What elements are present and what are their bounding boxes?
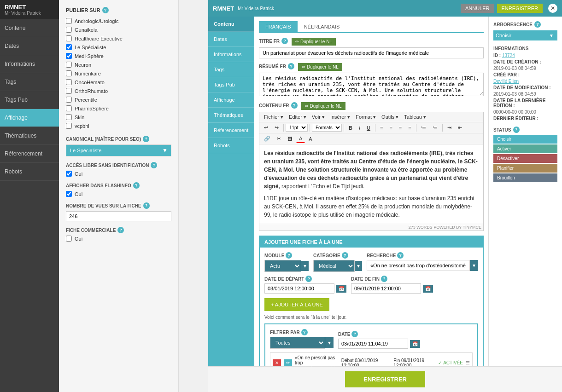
modal-nav-tags-pub[interactable]: Tags Pub: [208, 77, 254, 92]
annuler-button[interactable]: ANNULER: [461, 4, 494, 13]
check-medisphere[interactable]: Medi-Sphère: [66, 53, 171, 59]
recherche-chevron[interactable]: ▾: [470, 260, 478, 271]
canonical-info-icon[interactable]: ?: [143, 136, 149, 142]
check-acces-oui[interactable]: Oui: [66, 171, 171, 177]
vues-info-icon[interactable]: ?: [143, 202, 150, 209]
modal-nav-tags[interactable]: Tags: [208, 62, 254, 77]
formats-select[interactable]: Formats: [312, 124, 342, 132]
sidebar-item-informations[interactable]: Informations: [0, 55, 59, 73]
bgcolor-button[interactable]: A: [306, 135, 315, 143]
check-oncohemato[interactable]: OncoHemato: [66, 79, 171, 85]
status-planifier[interactable]: Planifier: [493, 164, 557, 173]
image-button[interactable]: 🖼: [285, 135, 295, 143]
check-skin[interactable]: Skin: [66, 114, 171, 120]
titre-dupliquer-button[interactable]: ✏Dupliquer le NL: [292, 38, 336, 46]
titre-fr-info-icon[interactable]: ?: [281, 38, 288, 44]
result-edit-button[interactable]: ✏: [284, 359, 292, 366]
status-brouillon[interactable]: Brouillon: [493, 173, 557, 182]
depart-info-icon[interactable]: ?: [305, 276, 312, 282]
check-flashinfo-oui[interactable]: Oui: [66, 191, 171, 197]
ajouter-une-button[interactable]: + AJOUTER À LA UNE: [264, 298, 329, 311]
indent-button[interactable]: ⇥: [445, 123, 454, 132]
resume-fr-textarea[interactable]: Les résidus radioactifs de l'Institut na…: [259, 73, 484, 96]
check-healthcare[interactable]: Healthcare Executive: [66, 35, 171, 41]
check-commerciale-oui[interactable]: Oui: [66, 236, 171, 242]
check-percentile[interactable]: Percentile: [66, 97, 171, 103]
resume-dupliquer-button[interactable]: ✏Dupliquer le NL: [298, 63, 342, 71]
sidebar-item-tags-pub[interactable]: Tags Pub: [0, 91, 59, 109]
italic-button[interactable]: I: [356, 124, 363, 132]
check-pharmasphere[interactable]: PharmaSphere: [66, 105, 171, 111]
check-orthorhumato[interactable]: OrthoRhumato: [66, 88, 171, 94]
menu-fichier[interactable]: Fichier ▾: [261, 113, 286, 121]
commerciale-info-icon[interactable]: ?: [117, 227, 124, 233]
color-button[interactable]: A: [296, 134, 305, 143]
result-menu-icon[interactable]: ☰: [466, 360, 470, 365]
info-cree-par-value[interactable]: Devillé Elien: [493, 79, 557, 84]
filtrer-date-input[interactable]: [338, 339, 408, 349]
date-fin-cal-button[interactable]: 📅: [423, 285, 433, 293]
underline-button[interactable]: U: [364, 124, 373, 132]
check-specialiste[interactable]: Le Spécialiste: [66, 44, 171, 50]
sidebar-item-dates[interactable]: Dates: [0, 37, 59, 55]
module-chevron[interactable]: ▾: [301, 261, 309, 271]
enregistrer-footer-button[interactable]: ENREGISTRER: [345, 371, 425, 387]
contenu-dupliquer-button[interactable]: ✏Dupliquer le NL: [301, 102, 345, 110]
check-numerikare[interactable]: Numerikare: [66, 70, 171, 76]
check-andrologic[interactable]: Andrologic/Urologic: [66, 18, 171, 24]
enregistrer-header-button[interactable]: ENREGISTRER: [497, 4, 543, 13]
result-delete-button[interactable]: ✕: [273, 359, 281, 366]
modal-nav-informations[interactable]: Informations: [208, 47, 254, 62]
publier-sur-info-icon[interactable]: ?: [102, 7, 109, 13]
module-select[interactable]: Actu: [264, 260, 301, 272]
menu-format[interactable]: Format ▾: [353, 113, 379, 121]
link-button[interactable]: 🔗: [261, 134, 273, 143]
check-neuron[interactable]: Neuron: [66, 62, 171, 68]
menu-editer[interactable]: Editer ▾: [286, 113, 309, 121]
status-info-icon[interactable]: ?: [513, 127, 520, 133]
categorie-info-icon[interactable]: ?: [342, 252, 348, 259]
modal-nav-affichage[interactable]: Affichage: [208, 92, 254, 108]
flashinfo-info-icon[interactable]: ?: [133, 182, 140, 189]
filtrer-select[interactable]: Toutes: [270, 337, 325, 349]
status-activer[interactable]: Activer: [493, 144, 557, 153]
filtrer-info-icon[interactable]: ?: [301, 329, 308, 335]
modal-nav-dates[interactable]: Dates: [208, 32, 254, 47]
sidebar-item-referencement[interactable]: Réferencement: [0, 145, 59, 163]
acces-info-icon[interactable]: ?: [151, 162, 157, 168]
vues-input[interactable]: [66, 211, 171, 221]
outdent-button[interactable]: ⇤: [455, 123, 465, 132]
check-gunaikeia[interactable]: Gunaikeia: [66, 27, 171, 33]
modal-nav-thematiques[interactable]: Thématiques: [208, 108, 254, 123]
menu-outils[interactable]: Outils ▾: [379, 113, 401, 121]
sidebar-item-robots[interactable]: Robots: [0, 163, 59, 181]
list-ul-button[interactable]: ≔: [418, 123, 429, 132]
status-desactiver[interactable]: Désactiver: [493, 154, 557, 163]
fin-info-icon[interactable]: ?: [381, 276, 387, 282]
bold-button[interactable]: B: [346, 124, 355, 132]
redo-button[interactable]: ↪: [272, 123, 281, 132]
close-button[interactable]: ✕: [548, 4, 557, 13]
tab-neerlandais[interactable]: NÉERLANDAIS: [298, 21, 346, 32]
unlink-button[interactable]: ✂: [274, 134, 284, 143]
editor-body[interactable]: Les résidus radioactifs de l'Institut na…: [259, 144, 483, 224]
categorie-chevron[interactable]: ▾: [355, 261, 362, 271]
menu-tableau[interactable]: Tableau ▾: [401, 113, 429, 121]
date-depart-input[interactable]: [264, 283, 334, 294]
contenu-fr-info-icon[interactable]: ?: [291, 102, 298, 109]
titre-fr-input[interactable]: [259, 47, 484, 58]
sidebar-item-affichage[interactable]: Affichage: [0, 109, 59, 127]
module-info-icon[interactable]: ?: [286, 252, 292, 259]
align-center-button[interactable]: ≡: [386, 124, 395, 132]
menu-voir[interactable]: Voir ▾: [309, 113, 328, 121]
modal-nav-robots[interactable]: Robots: [208, 138, 254, 153]
recherche-info-icon[interactable]: ?: [397, 252, 404, 259]
align-justify-button[interactable]: ≡: [405, 124, 414, 132]
undo-button[interactable]: ↩: [261, 123, 271, 132]
filtrer-chevron[interactable]: ▾: [325, 337, 334, 348]
list-ol-button[interactable]: ≔: [430, 123, 440, 132]
modal-nav-referencement[interactable]: Réferencement: [208, 123, 254, 138]
filtrer-date-cal-button[interactable]: 📅: [410, 340, 420, 348]
arborescence-info-icon[interactable]: ?: [534, 21, 541, 28]
fontsize-select[interactable]: 11pt: [286, 124, 308, 132]
